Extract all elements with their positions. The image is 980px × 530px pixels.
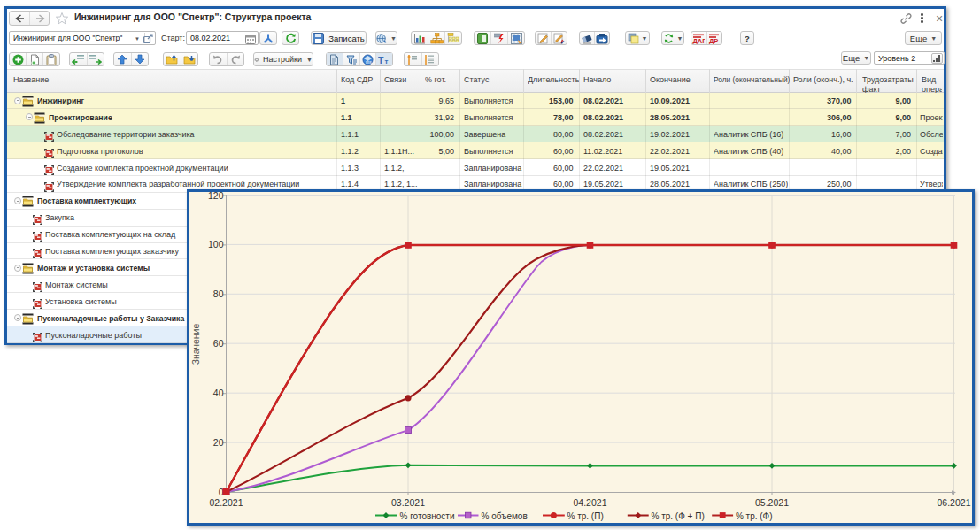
svg-text:80: 80 [213,288,224,299]
svg-text:100: 100 [208,239,224,250]
svg-text:✔: ✔ [560,40,565,44]
svg-text:40: 40 [213,388,224,398]
svg-text:т: т [385,58,389,65]
svg-text:ДАГ: ДАГ [693,37,706,44]
svg-text:% тр. (Ф): % тр. (Ф) [736,511,773,521]
svg-text:% объемов: % объемов [482,511,528,521]
svg-text:% готовности: % готовности [400,511,455,521]
svg-text:T: T [378,54,384,65]
svg-text:120: 120 [208,192,224,201]
svg-text:20: 20 [213,437,224,448]
svg-text:05.2021: 05.2021 [755,497,789,508]
svg-text:06.2021: 06.2021 [938,497,971,508]
svg-text:60: 60 [213,338,224,349]
svg-text:04.2021: 04.2021 [574,497,607,508]
svg-text:Значение: Значение [190,324,201,365]
svg-text:02.2021: 02.2021 [210,497,243,508]
svg-text:% тр. (П): % тр. (П) [567,511,604,521]
svg-text:03.2021: 03.2021 [391,497,425,508]
svg-text:ms: ms [366,58,372,64]
svg-text:% тр. (Ф + П): % тр. (Ф + П) [652,511,705,521]
svg-text:ДР: ДР [709,37,718,44]
